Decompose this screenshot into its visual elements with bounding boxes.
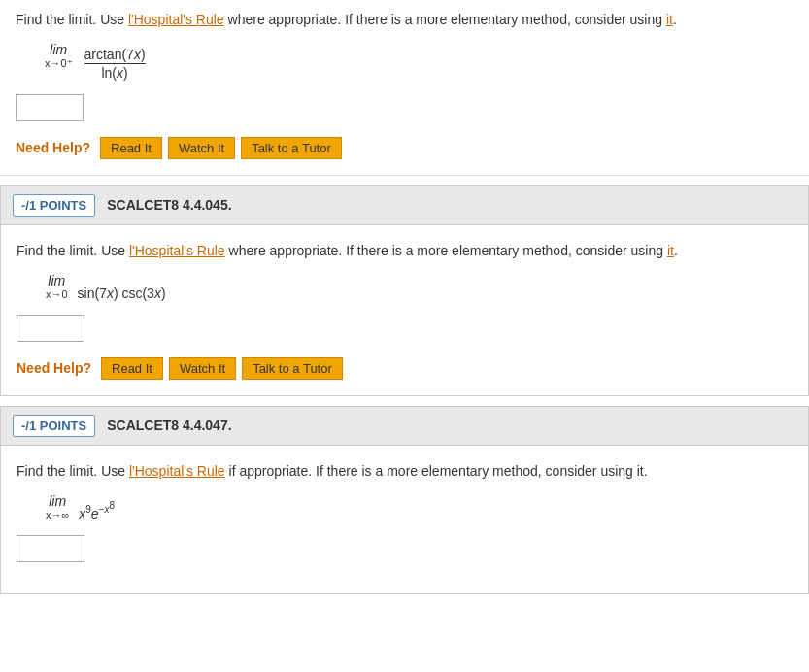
- math-expression-2: lim x→∞ x9e−x8: [46, 493, 792, 521]
- math-expression-0: lim x→0⁺ arctan(7x) ln(x): [45, 42, 793, 81]
- talk-tutor-button-0[interactable]: Talk to a Tutor: [241, 137, 342, 159]
- problem-header-2: -/1 POINTS SCALCET8 4.4.047.: [1, 407, 808, 446]
- problem-body-2: Find the limit. Use l'Hospital's Rule if…: [1, 446, 808, 593]
- problem-section-1: -/1 POINTS SCALCET8 4.4.045. Find the li…: [0, 185, 809, 396]
- problem-body-1: Find the limit. Use l'Hospital's Rule wh…: [1, 225, 808, 395]
- problem-text-1: Find the limit. Use l'Hospital's Rule wh…: [17, 241, 792, 261]
- problem-id-2: SCALCET8 4.4.047.: [107, 418, 231, 433]
- problem-0-text: Find the limit. Use l'Hospital's Rule wh…: [16, 10, 793, 30]
- need-help-label-1: Need Help?: [17, 360, 91, 376]
- it-link-1[interactable]: it: [667, 243, 674, 258]
- lhospital-link-2[interactable]: l'Hospital's Rule: [129, 463, 225, 479]
- need-help-row-0: Need Help? Read It Watch It Talk to a Tu…: [16, 137, 793, 159]
- lhospital-link-0[interactable]: l'Hospital's Rule: [128, 12, 224, 27]
- lhospital-link-1[interactable]: l'Hospital's Rule: [129, 243, 225, 258]
- watch-it-button-0[interactable]: Watch It: [168, 137, 235, 159]
- problem-text-2: Find the limit. Use l'Hospital's Rule if…: [17, 461, 792, 482]
- read-it-button-1[interactable]: Read It: [101, 357, 163, 380]
- answer-input-2[interactable]: [17, 535, 84, 562]
- read-it-button-0[interactable]: Read It: [100, 137, 162, 159]
- points-badge-2: -/1 POINTS: [13, 415, 95, 437]
- problem-header-1: -/1 POINTS SCALCET8 4.4.045.: [1, 186, 808, 225]
- math-expression-1: lim x→0 sin(7x) csc(3x): [46, 273, 792, 301]
- it-link-0[interactable]: it: [666, 12, 673, 27]
- need-help-label-0: Need Help?: [16, 140, 90, 155]
- problem-id-1: SCALCET8 4.4.045.: [107, 197, 231, 213]
- need-help-row-1: Need Help? Read It Watch It Talk to a Tu…: [17, 357, 792, 380]
- answer-input-0[interactable]: [16, 94, 84, 121]
- problem-section-2: -/1 POINTS SCALCET8 4.4.047. Find the li…: [0, 406, 809, 594]
- answer-input-1[interactable]: [17, 315, 84, 342]
- points-badge-1: -/1 POINTS: [13, 194, 95, 217]
- talk-tutor-button-1[interactable]: Talk to a Tutor: [242, 357, 343, 380]
- problem-0-body: Find the limit. Use l'Hospital's Rule wh…: [0, 0, 809, 176]
- watch-it-button-1[interactable]: Watch It: [169, 357, 236, 380]
